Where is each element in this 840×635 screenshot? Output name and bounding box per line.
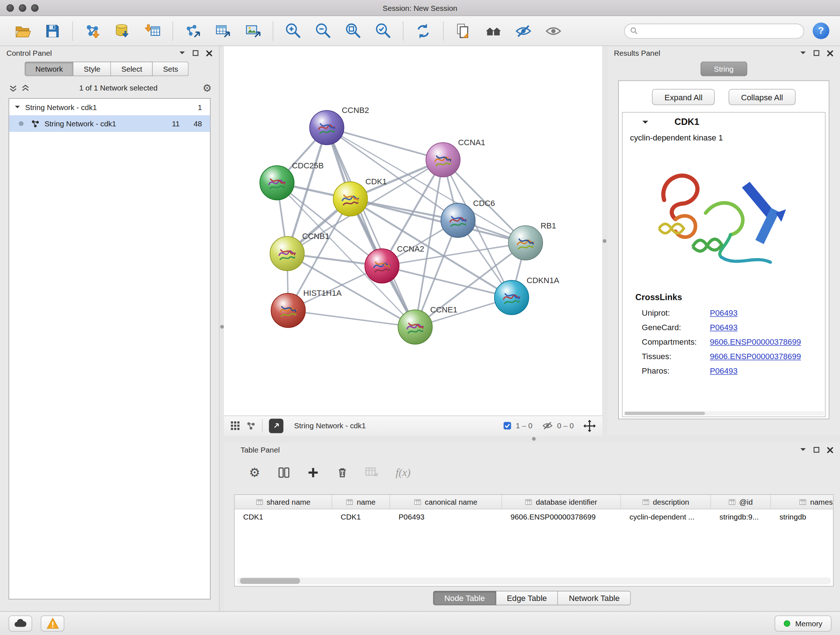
tab-select[interactable]: Select: [111, 62, 153, 76]
table-cell[interactable]: stringdb: [771, 509, 834, 524]
hide-graphics-details-button[interactable]: [510, 19, 536, 43]
cloud-status-button[interactable]: [9, 615, 32, 631]
column-header-description[interactable]: description: [621, 495, 711, 509]
crosslink-link[interactable]: 9606.ENSP00000378699: [710, 337, 801, 346]
float-panel-icon[interactable]: [813, 447, 820, 453]
table-cell[interactable]: CDK1: [332, 509, 390, 524]
export-network-button[interactable]: [180, 19, 206, 43]
close-panel-icon[interactable]: [827, 50, 834, 57]
network-edge[interactable]: [327, 127, 443, 160]
search-input[interactable]: [641, 27, 798, 35]
close-panel-icon[interactable]: [206, 50, 213, 57]
panel-menu-icon[interactable]: [800, 448, 806, 452]
zoom-selected-button[interactable]: [370, 19, 396, 43]
tab-string[interactable]: String: [701, 62, 747, 76]
help-button[interactable]: ?: [813, 22, 829, 39]
network-collection-row[interactable]: String Network - cdk1 1: [9, 98, 210, 115]
column-header-database-identifier[interactable]: database identifier: [502, 495, 621, 509]
close-panel-icon[interactable]: [827, 447, 834, 453]
export-table-button[interactable]: [210, 19, 236, 43]
expand-all-button[interactable]: Expand All: [652, 89, 715, 105]
import-network-file-button[interactable]: [80, 19, 106, 43]
network-node-cdk1[interactable]: [333, 182, 368, 216]
tab-style[interactable]: Style: [73, 62, 111, 76]
create-column-button[interactable]: [307, 466, 319, 478]
expand-all-icon[interactable]: [22, 84, 29, 91]
zoom-out-button[interactable]: [310, 19, 336, 43]
hidden-eye-slash-icon[interactable]: [542, 420, 553, 431]
panel-menu-icon[interactable]: [800, 51, 806, 55]
protein-section-header[interactable]: CDK1: [622, 112, 825, 132]
tab-edge-table[interactable]: Edge Table: [496, 591, 558, 605]
zoom-fit-button[interactable]: [340, 19, 366, 43]
caret-down-icon[interactable]: [642, 120, 649, 125]
network-node-ccnb2[interactable]: [309, 111, 344, 145]
network-node-cdc6[interactable]: [441, 203, 475, 238]
splitter-handle[interactable]: [603, 239, 606, 242]
show-graphics-details-button[interactable]: [540, 19, 566, 43]
table-row[interactable]: CDK1CDK1P064939606.ENSP00000378699cyclin…: [235, 509, 833, 524]
network-node-cdkn1a[interactable]: [494, 280, 529, 315]
left-splitter[interactable]: [219, 46, 224, 611]
network-edge[interactable]: [288, 310, 415, 327]
column-header-@id[interactable]: @id: [711, 495, 771, 509]
network-overview-icon[interactable]: [246, 421, 256, 430]
export-image-button[interactable]: [240, 19, 265, 43]
memory-button[interactable]: Memory: [775, 615, 831, 631]
float-panel-icon[interactable]: [813, 50, 820, 57]
crosslink-link[interactable]: P06493: [710, 323, 737, 332]
collapse-all-icon[interactable]: [10, 84, 17, 91]
zoom-in-button[interactable]: [280, 19, 306, 43]
scrollbar-thumb[interactable]: [240, 578, 300, 584]
import-network-database-button[interactable]: [110, 19, 136, 43]
results-scrollbar[interactable]: [624, 411, 824, 416]
network-node-ccna1[interactable]: [426, 143, 460, 177]
apply-layout-button[interactable]: [410, 19, 436, 43]
grid-view-icon[interactable]: [231, 421, 240, 431]
save-session-button[interactable]: [40, 19, 65, 43]
selected-checkbox-icon[interactable]: [503, 421, 512, 430]
warnings-button[interactable]: [41, 615, 65, 631]
table-cell[interactable]: CDK1: [235, 509, 332, 524]
network-row-selected[interactable]: String Network - cdk1 11 48: [9, 115, 210, 132]
table-cell[interactable]: 9606.ENSP00000378699: [502, 509, 621, 524]
collapse-all-button[interactable]: Collapse All: [729, 89, 795, 105]
home-views-button[interactable]: [480, 19, 506, 43]
network-node-cdc25b[interactable]: [260, 166, 294, 200]
open-session-button[interactable]: [10, 19, 35, 43]
delete-column-button[interactable]: [336, 466, 348, 478]
crosslink-link[interactable]: 9606.ENSP00000378699: [710, 352, 801, 361]
panel-menu-icon[interactable]: [179, 51, 186, 55]
pan-crosshair-icon[interactable]: [584, 420, 596, 432]
caret-down-icon[interactable]: [14, 105, 20, 109]
network-node-hist1h1a[interactable]: [271, 293, 305, 328]
delete-table-button[interactable]: [365, 467, 378, 478]
tab-network[interactable]: Network: [25, 62, 73, 76]
column-header-canonical-name[interactable]: canonical name: [390, 495, 502, 509]
right-splitter[interactable]: [602, 46, 608, 435]
horizontal-splitter[interactable]: [224, 435, 840, 443]
crosslink-link[interactable]: P06493: [710, 309, 737, 318]
tab-network-table[interactable]: Network Table: [558, 591, 631, 605]
tab-sets[interactable]: Sets: [153, 62, 189, 76]
table-settings-gear-icon[interactable]: ⚙: [249, 466, 261, 478]
network-canvas[interactable]: CCNB2CCNA1CDC25BCDK1CDC6RB1CCNB1CCNA2CDK…: [224, 46, 602, 415]
show-columns-button[interactable]: [278, 466, 290, 478]
float-panel-icon[interactable]: [193, 50, 199, 57]
network-options-gear-icon[interactable]: ⚙: [202, 83, 212, 93]
network-node-ccnb1[interactable]: [270, 236, 304, 271]
network-node-ccna2[interactable]: [365, 249, 399, 283]
table-horizontal-scrollbar[interactable]: [237, 578, 831, 584]
import-table-button[interactable]: [140, 19, 166, 43]
crosslink-link[interactable]: P06493: [710, 366, 737, 375]
function-builder-button[interactable]: f(x): [396, 466, 411, 478]
scrollbar-thumb[interactable]: [625, 412, 705, 415]
column-header-name[interactable]: name: [332, 495, 390, 509]
table-cell[interactable]: cyclin-dependent ...: [621, 509, 711, 524]
create-view-button[interactable]: [450, 19, 476, 43]
column-header-shared-name[interactable]: shared name: [235, 495, 332, 509]
tab-node-table[interactable]: Node Table: [433, 591, 496, 605]
network-node-rb1[interactable]: [508, 226, 543, 260]
column-header-namespace[interactable]: namespace: [771, 495, 834, 509]
table-cell[interactable]: stringdb:9...: [711, 509, 771, 524]
